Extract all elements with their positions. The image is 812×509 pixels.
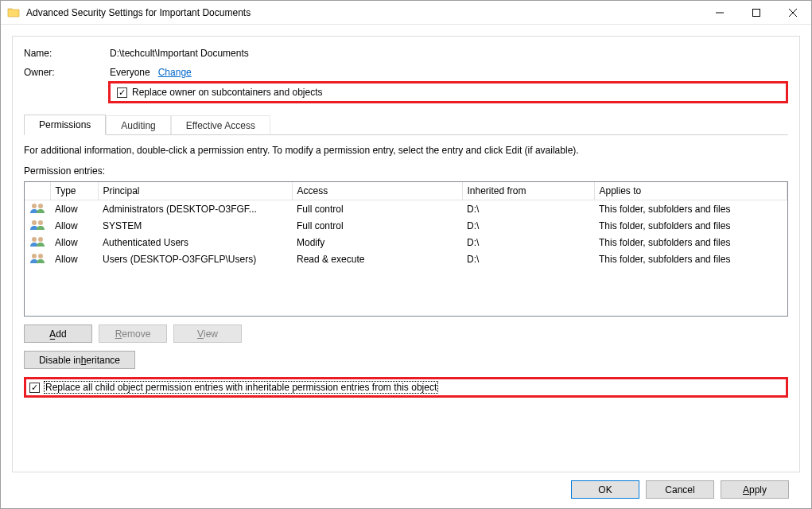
cell-inherited: D:\ [462, 200, 594, 218]
cancel-button[interactable]: Cancel [646, 480, 714, 499]
svg-rect-1 [753, 10, 760, 17]
name-label: Name: [24, 48, 110, 59]
owner-row: Owner: Everyone Change [24, 67, 788, 78]
users-icon [29, 235, 45, 247]
close-button[interactable] [775, 1, 811, 25]
col-type[interactable]: Type [50, 182, 98, 200]
cell-type: Allow [50, 251, 98, 267]
change-owner-link[interactable]: Change [158, 67, 192, 78]
svg-point-8 [32, 237, 37, 242]
col-applies[interactable]: Applies to [594, 182, 787, 200]
replace-owner-checkbox[interactable] [117, 87, 127, 98]
owner-value: Everyone [110, 67, 150, 78]
cell-applies: This folder, subfolders and files [594, 234, 787, 251]
entries-label: Permission entries: [24, 165, 788, 177]
svg-point-5 [38, 204, 43, 208]
tab-permissions[interactable]: Permissions [24, 115, 106, 135]
cell-applies: This folder, subfolders and files [594, 200, 787, 218]
tabstrip: Permissions Auditing Effective Access [24, 115, 788, 135]
maximize-button[interactable] [738, 1, 775, 25]
svg-point-6 [32, 220, 37, 225]
inner-panel: Name: D:\techcult\Important Documents Ow… [12, 36, 800, 472]
replace-owner-highlight: Replace owner on subcontainers and objec… [108, 81, 788, 103]
table-row[interactable]: AllowAuthenticated UsersModifyD:\This fo… [25, 234, 787, 251]
users-icon [29, 219, 45, 230]
info-text: For additional information, double-click… [24, 145, 788, 156]
table-row[interactable]: AllowUsers (DESKTOP-O3FGFLP\Users)Read &… [25, 251, 787, 267]
col-inherited[interactable]: Inherited from [462, 182, 594, 200]
folder-icon [7, 6, 20, 19]
name-value: D:\techcult\Important Documents [110, 48, 249, 59]
cell-access: Full control [292, 200, 462, 218]
replace-child-checkbox[interactable] [29, 383, 40, 393]
svg-point-7 [38, 220, 43, 225]
permission-table[interactable]: Type Principal Access Inherited from App… [24, 181, 788, 317]
name-row: Name: D:\techcult\Important Documents [24, 48, 788, 59]
titlebar: Advanced Security Settings for Important… [1, 1, 811, 25]
cell-type: Allow [50, 200, 98, 218]
remove-button: Remove [99, 324, 167, 343]
window: Advanced Security Settings for Important… [0, 0, 812, 509]
disable-inheritance-button[interactable]: Disable inheritance [24, 351, 135, 369]
apply-button[interactable]: Apply [721, 480, 789, 499]
cell-access: Full control [292, 217, 462, 234]
cell-access: Read & execute [292, 251, 462, 267]
minimize-button[interactable] [701, 1, 738, 25]
cell-applies: This folder, subfolders and files [594, 217, 787, 234]
replace-child-label: Replace all child object permission entr… [45, 382, 437, 393]
replace-owner-label: Replace owner on subcontainers and objec… [132, 87, 322, 98]
table-row[interactable]: AllowSYSTEMFull controlD:\This folder, s… [25, 217, 787, 234]
cell-principal: Users (DESKTOP-O3FGFLP\Users) [98, 251, 292, 267]
tab-auditing[interactable]: Auditing [106, 115, 170, 135]
cell-inherited: D:\ [462, 251, 594, 267]
cell-principal: Authenticated Users [98, 234, 292, 251]
col-access[interactable]: Access [292, 182, 462, 200]
table-header-row: Type Principal Access Inherited from App… [25, 182, 787, 200]
owner-label: Owner: [24, 67, 110, 78]
svg-point-9 [38, 237, 43, 242]
svg-point-10 [32, 254, 37, 258]
svg-point-11 [38, 254, 43, 258]
cell-inherited: D:\ [462, 217, 594, 234]
tab-effective-access[interactable]: Effective Access [171, 115, 270, 135]
cell-access: Modify [292, 234, 462, 251]
window-buttons [701, 1, 811, 24]
col-principal[interactable]: Principal [98, 182, 292, 200]
cell-inherited: D:\ [462, 234, 594, 251]
replace-child-highlight: Replace all child object permission entr… [24, 377, 788, 398]
dialog-footer: OK Cancel Apply [12, 472, 800, 508]
content: Name: D:\techcult\Important Documents Ow… [1, 25, 811, 508]
ok-button[interactable]: OK [571, 480, 639, 499]
cell-type: Allow [50, 217, 98, 234]
svg-point-4 [32, 204, 37, 208]
table-row[interactable]: AllowAdministrators (DESKTOP-O3FGF...Ful… [25, 200, 787, 218]
users-icon [29, 202, 45, 213]
users-icon [29, 252, 45, 263]
window-title: Advanced Security Settings for Important… [26, 7, 701, 18]
inheritance-row: Disable inheritance [24, 351, 788, 369]
cell-principal: Administrators (DESKTOP-O3FGF... [98, 200, 292, 218]
add-button[interactable]: A̲dd [24, 324, 92, 343]
cell-applies: This folder, subfolders and files [594, 251, 787, 267]
cell-principal: SYSTEM [98, 217, 292, 234]
entry-buttons: A̲dd Remove View [24, 324, 788, 343]
view-button: View [173, 324, 242, 343]
cell-type: Allow [50, 234, 98, 251]
